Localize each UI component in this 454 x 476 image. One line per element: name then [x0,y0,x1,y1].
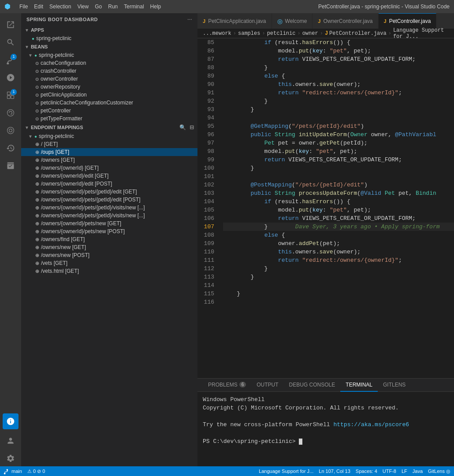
tab-owner-controller[interactable]: J OwnerController.java [313,13,378,29]
problems-badge: 6 [239,382,246,387]
sidebar-item-petclinicCacheConfig[interactable]: ⊙ petclinicCacheConfigurationCustomizer [21,99,197,107]
endpoint-label-9: /owners/{ownerId}/pets/{petId}/visits/ne… [41,205,145,211]
menu-help[interactable]: Help [150,4,161,10]
sidebar-item-petController[interactable]: ⊙ petController [21,107,197,115]
endpoint-label-4: /owners/{ownerId} [GET] [41,165,99,171]
code-line-85: if (result.hasErrors()) { [223,38,454,47]
bean-icon-3: ⊙ [35,77,39,82]
endpoint-owners-new-get[interactable]: ⊕ /owners/new [GET] [21,243,197,251]
code-line-111: return "redirect:/owners/{ownerId}"; [223,256,454,264]
menu-edit[interactable]: Edit [34,4,43,10]
sidebar-item-petTypeFormatter[interactable]: ⊙ petTypeFormatter [21,115,197,123]
status-eol[interactable]: LF [402,469,407,474]
status-lang-support[interactable]: Language Support for J... [259,469,313,474]
status-cursor-pos[interactable]: Ln 107, Col 13 [319,469,350,474]
sidebar-item-spring-petclinic-beans[interactable]: ▼ ● spring-petclinic [21,51,197,59]
more-actions-button[interactable]: ··· [187,17,192,22]
endpoint-post-owners-edit[interactable]: ⊕ /owners/{ownerId}/edit [POST] [21,180,197,188]
search-icon[interactable] [3,34,19,50]
sidebar-item-ownerController[interactable]: ⊙ ownerController [21,75,197,83]
breadcrumb-framework[interactable]: ...mework [203,30,231,37]
menu-run[interactable]: Run [108,4,118,10]
ln-102: 102 [197,181,214,189]
endpoint-pets-new-post[interactable]: ⊕ /owners/{ownerId}/pets/new [POST] [21,227,197,235]
sidebar-item-petClinicApplication[interactable]: ⊙ petClinicApplication [21,91,197,99]
status-language[interactable]: Java [413,469,423,474]
menu-go[interactable]: Go [95,4,102,10]
menu-selection[interactable]: Selection [49,4,71,10]
remote-icon[interactable] [3,413,19,429]
endpoint-post-pets-edit[interactable]: ⊕ /owners/{ownerId}/pets/{petId}/edit [P… [21,196,197,204]
menu-terminal[interactable]: Terminal [124,4,144,10]
breadcrumb-sep-5: › [388,30,391,37]
sidebar-item-cacheConfiguration[interactable]: ⊙ cacheConfiguration [21,59,197,67]
tab-label-4: PetController.java [389,18,431,24]
debug-run-icon[interactable] [3,70,19,86]
endpoint-pets-new-get[interactable]: ⊕ /owners/{ownerId}/pets/new [GET] [21,219,197,227]
history-icon[interactable] [3,140,19,156]
breadcrumb-petclinic[interactable]: petclinic [267,30,296,37]
bean-label-2: crashController [41,68,76,74]
tab-petclinic-app[interactable]: J PetClinicApplication.java [197,13,272,29]
ln-111: 111 [197,256,214,264]
endpoint-owners-find[interactable]: ⊕ /owners/find [GET] [21,235,197,243]
terminal-link[interactable]: https://aka.ms/pscore6 [333,421,409,428]
endpoint-vets-get[interactable]: ⊕ /vets [GET] [21,259,197,267]
endpoint-get-owners-id[interactable]: ⊕ /owners/{ownerId} [GET] [21,164,197,172]
status-encoding[interactable]: UTF-8 [383,469,396,474]
sidebar-item-crashController[interactable]: ⊙ crashController [21,67,197,75]
endpoint-vets-html[interactable]: ⊕ /vets.html [GET] [21,267,197,275]
code-line-112: } [223,264,454,273]
tab-output[interactable]: OUTPUT [251,379,283,392]
breadcrumb-file[interactable]: JPetController.java [325,30,387,37]
menu-view[interactable]: View [77,4,89,10]
sidebar-item-spring-petclinic-endpoints[interactable]: ▼ ● spring-petclinic [21,132,197,140]
endpoint-owners-new-post[interactable]: ⊕ /owners/new [POST] [21,251,197,259]
editor-content[interactable]: 85 86 87 88 89 90 91 92 93 94 95 96 97 9… [197,38,454,378]
apps-section-header[interactable]: ▼ APPS [21,26,197,34]
breadcrumb-samples[interactable]: samples [238,30,260,37]
status-spaces[interactable]: Spaces: 4 [356,469,377,474]
tab-problems[interactable]: PROBLEMS 6 [203,379,251,392]
tab-debug-console[interactable]: DEBUG CONSOLE [284,379,341,392]
beans-section-header[interactable]: ▼ BEANS [21,42,197,51]
status-branch[interactable]: main [4,468,22,474]
sidebar-item-ownerRepository[interactable]: ⊙ ownerRepository [21,83,197,91]
endpoint-get-oups[interactable]: ⊕ /oups [GET] [21,148,197,156]
endpoints-collapse-icon[interactable]: ⊟ [190,124,194,130]
spring-icon[interactable] [3,105,19,121]
endpoint-get-owners-edit[interactable]: ⊕ /owners/{ownerId}/edit [GET] [21,172,197,180]
endpoint-label-12: /owners/{ownerId}/pets/new [POST] [41,228,125,234]
endpoint-link-icon-3: ⊕ [35,157,39,163]
tab-terminal[interactable]: TERMINAL [340,379,378,392]
status-gitlens[interactable]: GitLens ◎ [428,469,450,474]
extensions-icon[interactable]: 1 [3,87,19,103]
endpoint-get-pets-edit[interactable]: ⊕ /owners/{ownerId}/pets/{petId}/edit [G… [21,188,197,196]
test-icon[interactable] [3,158,19,174]
terminal-line-1: Windows PowerShell [203,395,449,404]
status-errors[interactable]: ⚠ 0 ⊘ 0 [27,469,45,474]
endpoint-get-root[interactable]: ⊕ / [GET] [21,140,197,148]
account-icon[interactable] [3,433,19,449]
bean-icon-5: ⊙ [35,93,39,97]
endpoints-search-icon[interactable]: 🔍 [179,124,186,130]
sidebar-item-spring-petclinic-app[interactable]: ● spring-petclinic [21,34,197,42]
breadcrumb-lang-support[interactable]: Language Support for J... [393,27,449,40]
endpoint-visits-new-2[interactable]: ⊕ /owners/{ownerId}/pets/{petId}/visits/… [21,212,197,219]
terminal-prompt: PS C:\dev\spring-petclinic> [203,438,299,445]
tab-gitlens[interactable]: GITLENS [378,379,411,392]
endpoint-visits-new-1[interactable]: ⊕ /owners/{ownerId}/pets/{petId}/visits/… [21,204,197,212]
code-line-96: public String initUpdateForm(Owner owner… [223,130,454,139]
breadcrumb-owner[interactable]: owner [302,30,318,37]
tab-welcome[interactable]: ◎ Welcome [272,13,313,29]
code-line-108: else { [223,231,454,239]
menu-file[interactable]: File [19,4,28,10]
endpoints-section-header[interactable]: ▼ ENDPOINT MAPPINGS 🔍 ⊟ [21,123,197,132]
endpoint-get-owners[interactable]: ⊕ /owners [GET] [21,156,197,164]
source-control-icon[interactable]: 1 [3,52,19,68]
ln-86: 86 [197,47,214,55]
gitlens-icon[interactable] [3,123,19,138]
tab-pet-controller[interactable]: J PetController.java [379,13,437,29]
settings-icon[interactable] [3,450,19,466]
explorer-icon[interactable] [3,17,19,33]
